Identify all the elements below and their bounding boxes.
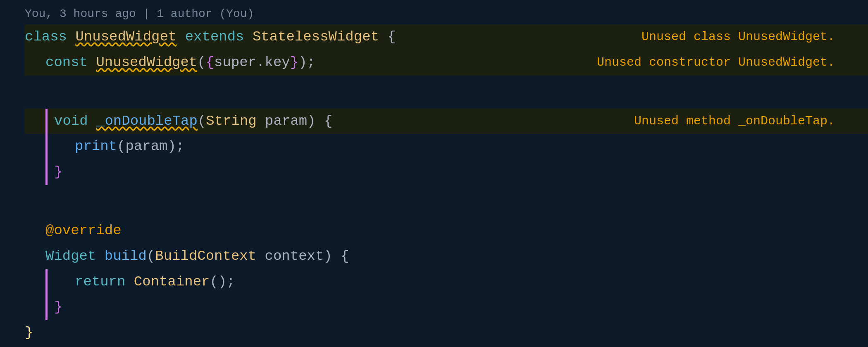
token-const-kw: const [45, 51, 96, 75]
token-build-params: ( [147, 245, 155, 269]
token-context-param: context) { [256, 245, 349, 269]
code-line-method: void _onDoubleTap(String param) { Unused… [25, 109, 868, 134]
code-line-return: return Container(); [25, 269, 868, 295]
hint-method: Unused method _onDoubleTap. [634, 111, 868, 132]
token-void-kw: void [54, 109, 96, 133]
code-line-empty2 [25, 92, 868, 109]
code-editor: You, 3 hours ago | 1 author (You) class … [0, 0, 868, 347]
code-line-empty3 [25, 185, 868, 202]
token-print-fn: print [75, 135, 117, 159]
token-return-kw: return [75, 270, 134, 294]
token-brace-named-close: } [290, 51, 298, 75]
token-buildcontext-type: BuildContext [155, 245, 256, 269]
hint-class: Unused class UnusedWidget. [641, 26, 868, 48]
token-method-params: ( [198, 109, 206, 133]
git-blame-bar: You, 3 hours ago | 1 author (You) [0, 0, 868, 24]
token-paren-open: ( [197, 51, 205, 75]
token-brace-open: { [379, 25, 396, 49]
indent-bar-print [45, 134, 48, 159]
code-line-constructor: const UnusedWidget({super.key}); Unused … [25, 50, 868, 76]
code-content-method: void _onDoubleTap(String param) { Unused… [54, 109, 868, 134]
code-line-empty1 [25, 76, 868, 92]
code-content-constructor: const UnusedWidget({super.key}); Unused … [45, 50, 868, 76]
code-line-print: print(param); [25, 134, 868, 159]
token-build-name: build [105, 245, 147, 269]
token-class-name: UnusedWidget [75, 25, 176, 49]
token-print-args: (param); [117, 135, 184, 159]
token-paren-close-semi: ); [298, 51, 315, 75]
token-widget-type: Widget [45, 245, 105, 269]
code-line-close-class: } [25, 320, 868, 346]
indent-bar-close-build [45, 295, 48, 320]
code-line-close-build: } [25, 295, 868, 320]
code-line-empty4 [25, 202, 868, 218]
code-content-return: return Container(); [54, 269, 868, 295]
token-extends-kw: extends [176, 25, 253, 49]
code-area: class UnusedWidget extends StatelessWidg… [0, 24, 868, 346]
indent-bar-method [45, 109, 48, 134]
token-brace-named: { [206, 51, 214, 75]
git-blame-text: You, 3 hours ago | 1 author (You) [25, 7, 254, 20]
token-class-kw: class [25, 25, 75, 49]
token-close-brace1: } [54, 160, 62, 184]
token-close-class-brace: } [25, 321, 33, 345]
code-line-build: Widget build(BuildContext context) { [25, 244, 868, 269]
hint-constructor: Unused constructor UnusedWidget. [597, 52, 868, 73]
code-line-close-method: } [25, 159, 868, 185]
token-parent-class: StatelessWidget [253, 25, 379, 49]
code-line-class: class UnusedWidget extends StatelessWidg… [25, 24, 868, 50]
code-content-close-method: } [54, 159, 868, 185]
token-close-brace2: } [54, 295, 62, 319]
token-container-call: (); [210, 270, 235, 294]
code-content-override: @override [45, 218, 868, 244]
token-override: @override [45, 219, 122, 243]
token-method-name: _onDoubleTap [96, 109, 198, 133]
code-content-print: print(param); [54, 134, 868, 159]
code-content-build: Widget build(BuildContext context) { [45, 244, 868, 269]
token-container-class: Container [134, 270, 210, 294]
indent-bar-close [45, 159, 48, 185]
code-content-close-class: } [25, 320, 868, 346]
token-string-type: String [206, 109, 256, 133]
code-content: class UnusedWidget extends StatelessWidg… [25, 24, 868, 50]
token-constructor-name: UnusedWidget [96, 51, 197, 75]
code-content-close-build: } [54, 295, 868, 320]
code-line-override: @override [25, 218, 868, 244]
token-param-name: param) { [257, 109, 333, 133]
token-super-key: super.key [214, 51, 290, 75]
indent-bar-return [45, 269, 48, 295]
